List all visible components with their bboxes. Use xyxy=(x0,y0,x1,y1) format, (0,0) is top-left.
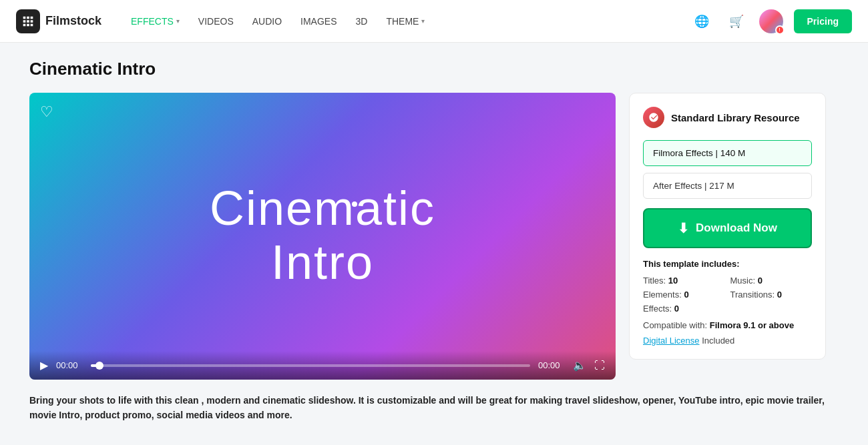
brand-logo[interactable]: Filmstock xyxy=(16,9,101,33)
effects-chevron-icon: ▾ xyxy=(176,17,180,25)
download-button[interactable]: ⬇ Download Now xyxy=(643,208,812,248)
globe-icon[interactable]: 🌐 xyxy=(690,9,714,33)
resource-header: Standard Library Resource xyxy=(643,107,812,128)
format-filmora[interactable]: Filmora Effects | 140 M xyxy=(643,140,812,166)
stat-transitions-label: Transitions: 0 xyxy=(730,290,813,300)
page-title: Cinematic Intro xyxy=(29,59,839,79)
time-current: 00:00 xyxy=(56,360,83,370)
content-layout: ♡ Cinematic Intro ▶ 00:00 00:00 🔈 ⛶ xyxy=(29,93,839,380)
nav-right: 🌐 🛒 ! Pricing xyxy=(690,9,852,33)
stat-elements-label: Elements: 0 xyxy=(643,290,725,300)
download-icon: ⬇ xyxy=(678,220,689,236)
main-content: Cinematic Intro ♡ Cinematic Intro ▶ 00:0… xyxy=(13,43,855,439)
pricing-button[interactable]: Pricing xyxy=(794,9,852,33)
avatar[interactable]: ! xyxy=(759,9,783,33)
nav-images[interactable]: IMAGES xyxy=(292,11,345,32)
description-text: Bring your shots to life with this clean… xyxy=(29,393,839,423)
navbar: Filmstock EFFECTS ▾ VIDEOS AUDIO IMAGES … xyxy=(0,0,868,43)
logo-icon xyxy=(16,9,40,33)
nav-theme[interactable]: THEME ▾ xyxy=(378,11,433,32)
included-text: Included xyxy=(702,336,734,346)
theme-chevron-icon: ▾ xyxy=(421,17,425,25)
fullscreen-icon[interactable]: ⛶ xyxy=(594,360,605,372)
volume-icon[interactable]: 🔈 xyxy=(573,359,586,372)
favorite-button[interactable]: ♡ xyxy=(40,103,53,121)
digital-license-link[interactable]: Digital License xyxy=(643,336,700,346)
video-title-line1: Cinematic xyxy=(210,182,435,235)
time-total: 00:00 xyxy=(538,360,565,370)
resource-type: Standard Library Resource xyxy=(671,112,800,123)
template-includes-label: This template includes: xyxy=(643,259,812,269)
template-stats: Titles: 10 Music: 0 Elements: 0 Transiti… xyxy=(643,276,812,314)
resource-icon xyxy=(643,107,664,128)
avatar-badge: ! xyxy=(775,25,785,35)
stat-music-label: Music: 0 xyxy=(730,276,813,286)
side-panel: Standard Library Resource Filmora Effect… xyxy=(629,93,826,360)
nav-links: EFFECTS ▾ VIDEOS AUDIO IMAGES 3D THEME ▾ xyxy=(123,11,690,32)
stat-titles-label: Titles: 10 xyxy=(643,276,725,286)
nav-effects[interactable]: EFFECTS ▾ xyxy=(123,11,188,32)
video-title-line2: Intro xyxy=(210,236,435,290)
compatibility-line: Compatible with: Filmora 9.1 or above xyxy=(643,320,812,330)
format-after-effects[interactable]: After Effects | 217 M xyxy=(643,173,812,199)
nav-videos[interactable]: VIDEOS xyxy=(190,11,242,32)
progress-bar[interactable] xyxy=(91,364,530,367)
video-overlay-text: Cinematic Intro xyxy=(210,182,435,290)
compatible-version: Filmora 9.1 or above xyxy=(710,320,794,330)
brand-name: Filmstock xyxy=(45,14,101,28)
nav-3d[interactable]: 3D xyxy=(348,11,376,32)
cart-icon[interactable]: 🛒 xyxy=(724,9,748,33)
license-line: Digital License Included xyxy=(643,336,812,346)
progress-dot xyxy=(95,362,103,370)
nav-audio[interactable]: AUDIO xyxy=(244,11,290,32)
stat-effects-label: Effects: 0 xyxy=(643,304,725,314)
video-controls: ▶ 00:00 00:00 🔈 ⛶ xyxy=(29,351,616,380)
video-player: ♡ Cinematic Intro ▶ 00:00 00:00 🔈 ⛶ xyxy=(29,93,616,380)
play-button[interactable]: ▶ xyxy=(40,359,48,372)
